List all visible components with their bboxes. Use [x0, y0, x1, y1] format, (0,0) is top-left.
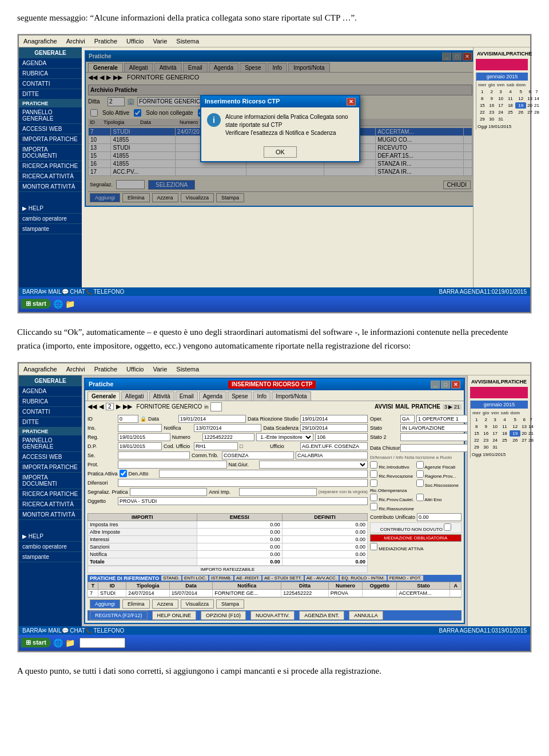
notifica-field[interactable] [194, 424, 261, 432]
ufficio-field[interactable] [300, 442, 368, 450]
menu2-archivi[interactable]: Archivi [64, 365, 87, 374]
menu2-varie[interactable]: Varie [150, 365, 169, 374]
ricorso-nav-first[interactable]: ◀◀ [87, 403, 97, 410]
data-chiusura-field[interactable] [400, 444, 467, 452]
taskbar-ie-icon[interactable]: 🌐 [53, 299, 63, 309]
menu-pratiche[interactable]: Pratiche [92, 37, 120, 46]
sidebar2-ricerca-pratiche[interactable]: RICERCA PRATICHE [19, 489, 82, 499]
menu-sistema[interactable]: Sistema [174, 37, 201, 46]
sidebar2-rubrica[interactable]: RUBRICA [19, 397, 82, 407]
sidebar2-ricerca-attivita[interactable]: RICERCA ATTIVITÀ [19, 499, 82, 510]
ricorso-tab-attivita[interactable]: Attività [149, 391, 174, 401]
elimina-button-2[interactable]: Elimina [122, 599, 150, 609]
menu-anagrafiche[interactable]: Anagrafiche [21, 37, 59, 46]
prot-field[interactable] [118, 461, 227, 469]
sanzioni-emessi[interactable] [197, 543, 282, 550]
stampa-button-2[interactable]: Stampa [216, 599, 244, 609]
ricorso-tab-importi[interactable]: Importi/Nota [272, 391, 311, 401]
taskbar2-ie-icon[interactable]: 🌐 [53, 638, 63, 647]
interessi-emessi[interactable] [197, 535, 282, 543]
sidebar-item-monitor[interactable]: MONITOR ATTIVITÀ [19, 182, 82, 192]
data-ricez-field[interactable] [300, 415, 368, 423]
altre-imposte-emessi[interactable] [197, 528, 282, 535]
azzera-button-2[interactable]: Azzera [152, 599, 178, 609]
menu-varie[interactable]: Varie [150, 37, 169, 46]
notifica-imp-emessi[interactable] [197, 550, 282, 558]
sidebar-item-pannello[interactable]: PANNELLO GENERALE [19, 107, 82, 124]
menu-archivi[interactable]: Archivi [64, 37, 87, 46]
data-field[interactable] [178, 415, 246, 423]
ricorso-tab-spese[interactable]: Spese [228, 391, 252, 401]
sidebar-item-accessi[interactable]: ACCESSI WEB [19, 124, 82, 134]
sidebar-item-ricerca-attivita[interactable]: RICERCA ATTIVITÀ [19, 171, 82, 182]
sidebar2-importa-pratiche[interactable]: IMPORTA PRATICHE [19, 462, 82, 473]
sidebar-item-agenda[interactable]: AGENDA [19, 58, 82, 69]
mediazione-obbligatoria-button[interactable]: MEDIAZIONE OBBLIGATORIA [370, 534, 462, 542]
se-field[interactable] [118, 451, 190, 459]
visualizza-button-2[interactable]: Visualizza [181, 599, 214, 609]
ins-field[interactable] [118, 424, 162, 432]
taskbar2-search[interactable] [79, 638, 125, 648]
ricorso-tab-agenda[interactable]: Agenda [199, 391, 226, 401]
ref-tab-eq-ruolo[interactable]: EQ. RUOLO - INTIM. [340, 575, 387, 581]
sidebar-item-importa-pratiche[interactable]: IMPORTA PRATICHE [19, 134, 82, 145]
sidebar2-importa-doc[interactable]: IMPORTA DOCUMENTI [19, 473, 82, 489]
ente-num-field[interactable] [315, 433, 368, 441]
sidebar2-contatti[interactable]: CONTATTI [19, 407, 82, 417]
ente-select[interactable]: 1.-Ente Impositore [256, 433, 313, 441]
help-online-button[interactable]: HELP ONLINE [152, 611, 196, 620]
bottom-table-row[interactable]: 7 STUDI 24/07/2014 15/07/2014 FORNITORE … [88, 589, 462, 597]
oggetto-field[interactable] [118, 497, 368, 505]
comm-trib-field[interactable] [222, 451, 294, 459]
sidebar-item-contatti[interactable]: CONTATTI [19, 79, 82, 89]
taskbar-app-icon[interactable]: 📁 [65, 299, 75, 309]
start-button[interactable]: ⊞ start [21, 299, 51, 309]
sidebar2-help[interactable]: ▶ HELP [19, 531, 82, 542]
menu2-sistema[interactable]: Sistema [174, 365, 201, 374]
sidebar2-stampante[interactable]: stampante [19, 552, 82, 562]
registra-button[interactable]: REGISTRA (F2/F12) [90, 611, 148, 620]
nat-giur-select[interactable] [259, 461, 368, 469]
menu-ufficio[interactable]: Ufficio [124, 37, 146, 46]
ricorso-nav-last[interactable]: ▶▶ [123, 403, 132, 410]
segnalaz-p-field[interactable] [130, 488, 208, 496]
ref-tab-ist-rimb[interactable]: IST.RIMB. [209, 575, 233, 581]
ricorso-tab-allegati[interactable]: Allegati [121, 391, 148, 401]
sidebar2-agenda[interactable]: AGENDA [19, 386, 82, 397]
opzioni-button[interactable]: OPZIONI (F10) [201, 611, 246, 620]
difensori-field[interactable] [118, 479, 368, 487]
menu2-anagrafiche[interactable]: Anagrafiche [21, 365, 59, 374]
pratica-attiva-check[interactable] [120, 470, 127, 477]
sidebar-item-ricerca-pratiche[interactable]: RICERCA PRATICHE [19, 161, 82, 171]
ref-tab-ae-studi[interactable]: AE - STUDI SETT. [262, 575, 304, 581]
ref-tab-fermo[interactable]: FERMO - IPOT. [388, 575, 423, 581]
agenzia-ent-button[interactable]: AGENZIA ENT. [299, 611, 344, 620]
id-field[interactable] [118, 415, 138, 423]
sidebar2-accessi[interactable]: ACCESSI WEB [19, 452, 82, 462]
ricorso-maximize[interactable]: □ [441, 381, 450, 389]
start-button-2[interactable]: ⊞ start [21, 638, 51, 647]
menu2-ufficio[interactable]: Ufficio [124, 365, 146, 374]
ricorso-close[interactable]: ✕ [451, 381, 460, 389]
imposta-ires-emessi[interactable] [197, 521, 282, 528]
sidebar-item-stampante[interactable]: stampante [19, 224, 82, 234]
sidebar-item-cambio-op[interactable]: cambio operatore [19, 214, 82, 224]
sidebar2-cambio[interactable]: cambio operatore [19, 542, 82, 552]
ref-tab-ae-redit[interactable]: AE -REDIT. [234, 575, 261, 581]
sidebar2-pannello[interactable]: PANNELLO GENERALE [19, 435, 82, 452]
dp-field[interactable] [118, 442, 162, 450]
stato-field[interactable] [400, 424, 467, 432]
dialog-close-button[interactable]: ✕ [347, 98, 356, 106]
anni-imp-field[interactable] [239, 488, 317, 496]
stato2-field[interactable] [400, 433, 467, 441]
interessi-definiti[interactable] [282, 535, 367, 543]
sidebar-item-rubrica[interactable]: RUBRICA [19, 69, 82, 79]
operatore-field[interactable] [416, 415, 467, 423]
ricorso-tab-generale[interactable]: Generale [87, 391, 120, 401]
numero-field[interactable] [202, 433, 255, 441]
ricorso-minimize[interactable]: _ [431, 381, 440, 389]
ref-tab-ae-avv[interactable]: AE - AVV.ACC. [305, 575, 339, 581]
cod-uff-field[interactable] [194, 442, 238, 450]
sidebar-item-importa-doc[interactable]: IMPORTA DOCUMENTI [19, 145, 82, 161]
contributo-field[interactable] [417, 513, 462, 521]
